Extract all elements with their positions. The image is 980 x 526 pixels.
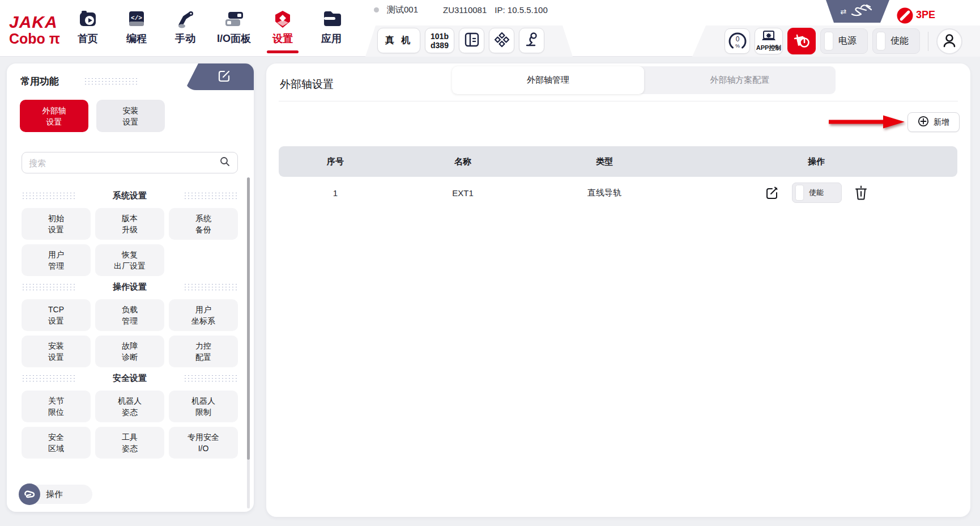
app-root: JAKA Cobo π 首页 </> 编程 手动 — [0, 0, 980, 526]
table-row: 1 EXT1 直线导轨 使能 — [279, 177, 957, 209]
sidebar-scrollbar[interactable] — [247, 177, 250, 508]
person-icon — [941, 32, 957, 50]
row-actions: 使能 — [675, 183, 957, 203]
app-control-button[interactable]: APP控制 — [755, 28, 783, 54]
sidebar-item-system-backup[interactable]: 系统备份 — [169, 208, 238, 240]
title-divider — [279, 101, 958, 101]
add-axis-button[interactable]: 新增 — [907, 112, 960, 132]
nav-item-settings[interactable]: 设置 — [258, 8, 307, 45]
operation-gesture-icon — [19, 483, 40, 505]
settings-icon — [273, 8, 292, 28]
robot-preview-button[interactable] — [519, 28, 544, 53]
sidebar-item-safety-zone[interactable]: 安全区域 — [22, 427, 91, 459]
sidebar-item-payload-management[interactable]: 负载管理 — [95, 299, 164, 331]
sidebar-item-joint-limits[interactable]: 关节限位 — [22, 391, 91, 422]
nav-item-home[interactable]: 首页 — [63, 8, 112, 45]
main-panel: 外部轴设置 外部轴管理 外部轴方案配置 新增 序号 名称 类型 操作 1 E — [266, 63, 970, 517]
operation-label: 操作 — [46, 489, 63, 500]
tab-external-axis-management[interactable]: 外部轴管理 — [452, 66, 644, 94]
log-panel-button[interactable] — [459, 28, 484, 53]
home-icon — [78, 8, 97, 28]
col-header-index: 序号 — [279, 156, 392, 167]
jaka-logo: JAKA Cobo π — [9, 14, 60, 46]
sidebar-item-tool-posture[interactable]: 工具姿态 — [95, 427, 164, 459]
robot-power-icon — [792, 32, 811, 51]
drag-dots — [84, 77, 138, 86]
sidebar-item-fault-diagnosis[interactable]: 故障诊断 — [95, 336, 164, 367]
apps-grid-button[interactable] — [489, 28, 514, 53]
row-type: 直线导轨 — [534, 188, 675, 198]
project-name: 测试001 — [387, 5, 418, 15]
edit-pencil-icon — [765, 185, 779, 200]
sidebar-item-dedicated-safety-io[interactable]: 专用安全I/O — [169, 427, 238, 459]
serial-number: ZU3110081 — [443, 5, 487, 15]
sidebar-title: 常用功能 — [20, 75, 59, 88]
io-panel-icon — [224, 8, 244, 28]
nav-item-io-panel[interactable]: I/O面板 — [210, 8, 258, 45]
sidebar-item-tcp-settings[interactable]: TCP设置 — [22, 299, 91, 331]
sidebar-item-factory-reset[interactable]: 恢复出厂设置 — [95, 244, 164, 276]
row-index: 1 — [279, 188, 392, 198]
robot-power-button[interactable] — [787, 28, 816, 54]
section-header-system: 系统设置 — [22, 190, 238, 201]
swap-arrows-icon: ⇄ — [841, 7, 847, 16]
sidebar-item-force-control[interactable]: 力控配置 — [169, 336, 238, 367]
sidebar-item-robot-limits[interactable]: 机器人限制 — [169, 391, 238, 422]
power-toggle[interactable]: 电源 — [820, 28, 868, 54]
nav-item-apps[interactable]: 应用 — [307, 8, 356, 45]
table-header-row: 序号 名称 类型 操作 — [279, 146, 957, 177]
enable-toggle-label: 使能 — [890, 35, 909, 47]
sidebar-item-user-management[interactable]: 用户管理 — [22, 244, 91, 276]
search-icon[interactable] — [219, 156, 231, 169]
center-toolbar: 真 机 101b d389 — [377, 28, 544, 53]
power-toggle-label: 电源 — [838, 35, 857, 47]
version-button[interactable]: 101b d389 — [425, 28, 454, 53]
sidebar-separator — [7, 141, 254, 146]
shortcut-install-settings[interactable]: 安装 设置 — [96, 100, 165, 132]
sidebar-item-initial-settings[interactable]: 初始设置 — [22, 208, 91, 240]
delete-row-button[interactable] — [854, 185, 868, 200]
tab-external-axis-plan-config[interactable]: 外部轴方案配置 — [644, 66, 836, 94]
row-enable-toggle[interactable]: 使能 — [792, 183, 842, 203]
search-input[interactable] — [29, 158, 219, 168]
page-title: 外部轴设置 — [280, 77, 334, 92]
enable-toggle[interactable]: 使能 — [872, 28, 920, 54]
notebook-icon — [464, 32, 480, 49]
sidebar-header: 常用功能 — [20, 75, 138, 88]
nav-item-programming[interactable]: </> 编程 — [112, 8, 161, 45]
sidebar-item-version-upgrade[interactable]: 版本升级 — [95, 208, 164, 240]
robot-statusline: 测试001 ZU3110081 IP: 10.5.5.100 — [374, 5, 548, 15]
drag-teach-handle[interactable]: ⇄ — [826, 0, 889, 23]
no-entry-icon — [896, 7, 914, 27]
power-toggle-knob — [825, 32, 833, 50]
logo-line1: JAKA — [9, 14, 60, 31]
edit-row-button[interactable] — [765, 185, 779, 200]
laptop-icon — [760, 31, 777, 43]
top-header: JAKA Cobo π 首页 </> 编程 手动 — [0, 0, 980, 57]
operation-button[interactable]: 操作 — [20, 485, 92, 504]
real-robot-mode-button[interactable]: 真 机 — [377, 28, 420, 53]
plus-circle-icon — [918, 116, 929, 129]
logo-line2: Cobo π — [9, 32, 60, 46]
sidebar-item-install-settings[interactable]: 安装设置 — [22, 336, 91, 367]
sidebar-item-robot-posture[interactable]: 机器人姿态 — [95, 391, 164, 422]
speed-gauge-button[interactable]: 0 % — [725, 28, 750, 54]
shortcut-external-axis-settings[interactable]: 外部轴 设置 — [20, 100, 88, 132]
speed-gauge-icon: 0 % — [727, 31, 748, 52]
edit-icon — [218, 69, 231, 85]
enable-toggle-knob — [877, 32, 885, 50]
col-header-type: 类型 — [534, 156, 675, 167]
favorite-shortcuts: 外部轴 设置 安装 设置 — [20, 100, 165, 132]
col-header-name: 名称 — [392, 156, 534, 167]
sidebar-search[interactable] — [22, 152, 238, 173]
row-enable-toggle-knob — [796, 185, 803, 200]
apps-folder-icon — [322, 8, 341, 28]
sidebar-scrollbar-thumb[interactable] — [247, 177, 250, 460]
customize-favorites-tab[interactable] — [185, 63, 254, 90]
col-header-actions: 操作 — [675, 156, 957, 167]
nav-item-manual[interactable]: 手动 — [161, 8, 210, 45]
sidebar-item-user-coordinates[interactable]: 用户坐标系 — [169, 299, 238, 331]
robot-pose-icon — [523, 32, 540, 50]
user-avatar-button[interactable] — [936, 28, 962, 54]
connection-status-dot — [374, 7, 379, 12]
